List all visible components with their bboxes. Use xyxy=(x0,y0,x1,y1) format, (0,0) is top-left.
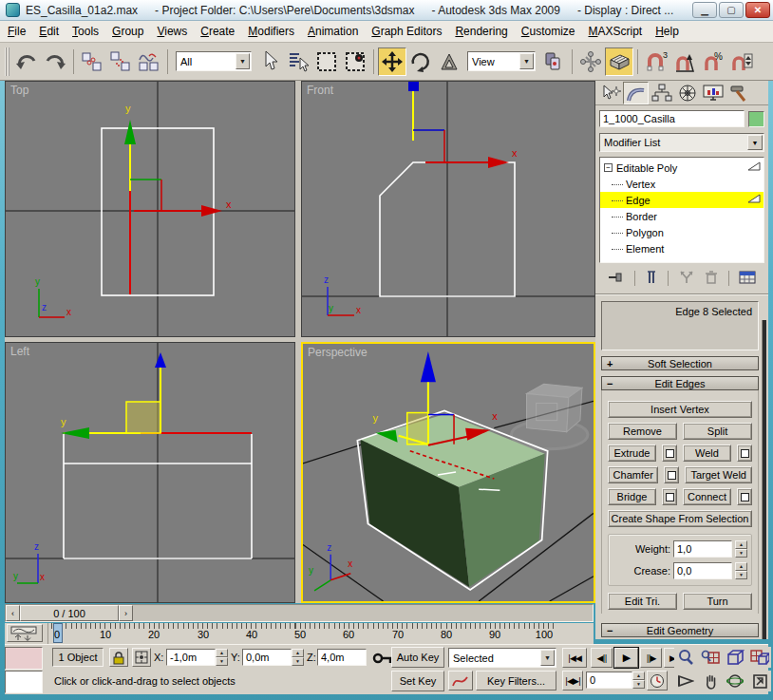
tab-create[interactable] xyxy=(597,82,623,104)
select-and-manipulate-button[interactable] xyxy=(576,47,605,76)
split-button[interactable]: Split xyxy=(683,423,752,440)
configure-modifier-sets-button[interactable] xyxy=(739,270,756,287)
menu-graph-editors[interactable]: Graph Editors xyxy=(371,25,442,38)
menu-tools[interactable]: Tools xyxy=(72,25,99,38)
selection-set-combo[interactable]: Selected ▼ xyxy=(448,648,556,668)
remove-modifier-button[interactable] xyxy=(704,270,719,287)
z-coordinate-field[interactable]: 4,0m xyxy=(317,649,367,666)
viewport-front[interactable]: x z y x Front xyxy=(301,81,595,337)
minimize-button[interactable]: ▁ xyxy=(692,2,717,18)
menu-customize[interactable]: Customize xyxy=(521,25,575,38)
weight-spinner[interactable]: ▲▼ xyxy=(735,540,747,558)
macro-recorder-field[interactable] xyxy=(5,647,43,670)
time-slider-thumb[interactable]: 0 / 100 xyxy=(20,605,119,621)
create-shape-from-selection-button[interactable]: Create Shape From Selection xyxy=(608,510,752,527)
connect-settings-button[interactable] xyxy=(737,488,752,505)
select-object-button[interactable] xyxy=(255,47,284,76)
crease-field[interactable]: 0,0 xyxy=(673,562,732,579)
stack-item-polygon[interactable]: Polygon xyxy=(600,224,764,240)
select-and-link-button[interactable] xyxy=(78,47,106,76)
bind-to-space-warp-button[interactable] xyxy=(135,47,163,76)
next-frame-button[interactable]: ||▶ xyxy=(640,648,662,668)
selection-lock-toggle[interactable] xyxy=(109,648,128,667)
reference-coordinate-system-combo[interactable]: View▼ xyxy=(467,51,536,71)
connect-button[interactable]: Connect xyxy=(683,488,731,505)
zoom-extents-button[interactable] xyxy=(724,647,746,668)
snaps-toggle-3d[interactable]: 3 xyxy=(642,47,670,76)
bridge-settings-button[interactable] xyxy=(662,488,677,505)
make-unique-button[interactable] xyxy=(679,270,694,287)
collapse-icon[interactable]: − xyxy=(604,163,613,172)
auto-key-button[interactable]: Auto Key xyxy=(391,647,444,668)
field-of-view-button[interactable] xyxy=(674,671,697,691)
menu-views[interactable]: Views xyxy=(157,25,187,38)
zoom-button[interactable] xyxy=(674,647,697,668)
maxscript-listener-field[interactable] xyxy=(5,671,43,693)
weld-settings-button[interactable] xyxy=(737,445,752,462)
chevron-down-icon[interactable]: ▼ xyxy=(747,135,763,150)
select-and-move-button[interactable] xyxy=(378,47,406,76)
keyboard-shortcut-override-toggle[interactable] xyxy=(605,47,633,76)
weld-button[interactable]: Weld xyxy=(683,445,731,462)
previous-frame-button[interactable]: ◀|| xyxy=(591,648,613,668)
key-filters-button[interactable]: Key Filters... xyxy=(476,671,556,691)
remove-button[interactable]: Remove xyxy=(608,423,677,440)
spinner-snap-toggle[interactable] xyxy=(727,47,756,76)
close-button[interactable]: ✕ xyxy=(745,2,770,18)
unlink-selection-button[interactable] xyxy=(106,47,135,76)
pin-stack-button[interactable] xyxy=(608,270,625,287)
default-in-out-tangents-button[interactable] xyxy=(448,671,473,691)
next-frame-arrow[interactable]: › xyxy=(119,605,133,621)
chevron-down-icon[interactable]: ▼ xyxy=(519,53,534,69)
x-spinner[interactable]: ▲▼ xyxy=(216,649,228,666)
edit-edges-rollout-header[interactable]: − Edit Edges xyxy=(601,376,759,390)
tab-motion[interactable] xyxy=(674,82,700,104)
arc-rotate-button[interactable] xyxy=(724,671,746,691)
maximize-viewport-toggle[interactable] xyxy=(748,671,771,691)
use-pivot-point-center-button[interactable] xyxy=(539,47,568,76)
toolbar-grip[interactable] xyxy=(5,47,9,76)
edit-geometry-rollout-header[interactable]: − Edit Geometry xyxy=(601,623,759,637)
absolute-mode-toggle[interactable] xyxy=(132,648,151,667)
menu-help[interactable]: Help xyxy=(655,25,679,38)
crease-spinner[interactable]: ▲▼ xyxy=(735,562,747,579)
mini-curve-editor-button[interactable] xyxy=(7,624,43,642)
zoom-all-button[interactable] xyxy=(699,647,722,668)
extrude-settings-button[interactable] xyxy=(662,445,677,462)
zoom-extents-all-button[interactable] xyxy=(748,647,771,668)
edit-tri-button[interactable]: Edit Tri. xyxy=(608,593,677,610)
timeline-ruler[interactable]: 0 10 20 30 40 50 60 70 80 90 100 xyxy=(47,623,554,644)
redo-button[interactable] xyxy=(41,47,69,76)
object-color-swatch[interactable] xyxy=(748,111,764,127)
weight-field[interactable]: 1,0 xyxy=(673,540,732,558)
select-by-name-button[interactable] xyxy=(284,47,312,76)
tab-display[interactable] xyxy=(700,82,726,104)
percent-snap-toggle[interactable]: % xyxy=(699,47,727,76)
x-coordinate-field[interactable]: -1,0m xyxy=(166,649,216,666)
maximize-button[interactable]: ▢ xyxy=(719,2,744,18)
menu-maxscript[interactable]: MAXScript xyxy=(589,25,643,38)
stack-item-editable-poly[interactable]: − Editable Poly xyxy=(600,160,764,176)
select-and-rotate-button[interactable] xyxy=(406,47,435,76)
selection-filter-combo[interactable]: All▼ xyxy=(176,51,252,71)
command-panel-scrollbar[interactable] xyxy=(762,320,766,639)
chamfer-settings-button[interactable] xyxy=(664,466,679,483)
viewport-top[interactable]: y x y z x Top xyxy=(5,81,295,337)
menu-animation[interactable]: Animation xyxy=(308,25,358,38)
stack-item-edge[interactable]: Edge xyxy=(600,192,764,208)
menu-group[interactable]: Group xyxy=(112,25,143,38)
play-button[interactable]: ▶ xyxy=(614,648,638,668)
current-frame-field[interactable]: 0 xyxy=(586,672,632,689)
insert-vertex-button[interactable]: Insert Vertex xyxy=(608,401,752,418)
rectangular-selection-region-button[interactable] xyxy=(312,47,341,76)
previous-frame-arrow[interactable]: ‹ xyxy=(6,605,20,621)
angle-snap-toggle[interactable] xyxy=(670,47,699,76)
object-name-field[interactable]: 1_1000_Casilla xyxy=(599,110,745,127)
menu-file[interactable]: File xyxy=(8,25,26,38)
show-end-result-button[interactable] xyxy=(645,270,658,287)
soft-selection-rollout-header[interactable]: + Soft Selection xyxy=(601,356,759,370)
tab-modify[interactable] xyxy=(623,82,649,104)
bridge-button[interactable]: Bridge xyxy=(608,488,656,505)
modifier-list-dropdown[interactable]: Modifier List ▼ xyxy=(599,133,764,152)
turn-button[interactable]: Turn xyxy=(683,593,752,610)
